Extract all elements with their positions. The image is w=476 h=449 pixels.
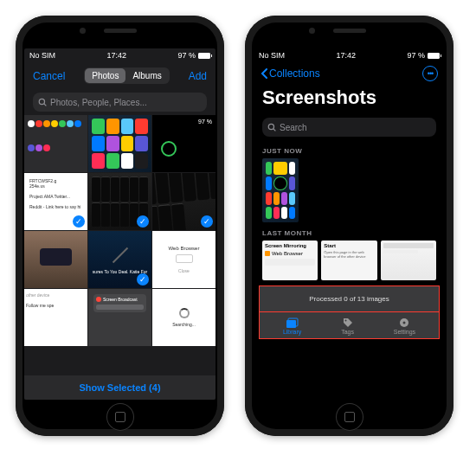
svg-point-2	[268, 124, 273, 129]
screenshot-row: Screen Mirroring Web Browser Start Open …	[254, 241, 445, 280]
svg-point-0	[39, 99, 44, 104]
status-bar: No SIM 17:42 97 %	[254, 48, 445, 62]
page-title: Screenshots	[254, 85, 445, 114]
card-title: Start	[324, 243, 374, 248]
gear-icon	[399, 318, 409, 328]
photo-thumb[interactable]: Screen Broadcast	[88, 289, 151, 346]
home-button[interactable]	[336, 403, 363, 431]
photo-grid[interactable]: 97 % FRTCWSF2.g254e.usProject AMA Twitte…	[24, 115, 215, 375]
svg-point-6	[344, 320, 346, 322]
carrier-label: No SIM	[29, 51, 55, 60]
photo-thumb[interactable]: Web Browser Close	[152, 231, 215, 288]
svg-point-8	[403, 322, 406, 324]
card-sub: Open this page in the web browser of the…	[324, 250, 374, 259]
cancel-button[interactable]: Cancel	[33, 70, 65, 82]
photo-thumb[interactable]	[88, 115, 151, 172]
photo-thumb[interactable]: ✓	[152, 173, 215, 230]
tab-library[interactable]: Library	[283, 318, 301, 335]
tag-icon	[343, 318, 353, 328]
processing-toast: Processed 0 of 13 images	[259, 285, 440, 312]
photo-stack-icon	[286, 318, 299, 328]
card-sub: Web Browser	[272, 251, 303, 256]
photo-thumb[interactable]: other device Follow me spe	[24, 289, 87, 346]
tab-label: Library	[283, 329, 301, 335]
photo-thumb[interactable]	[24, 231, 87, 288]
selected-check-icon: ✓	[137, 215, 149, 228]
search-placeholder: Photos, People, Places...	[50, 98, 147, 107]
battery-percent: 97 %	[177, 51, 196, 60]
photo-thumb[interactable]: sures To You Deal. Katie For ✓	[88, 231, 151, 288]
screenshot-thumb[interactable]: Screen Mirroring Web Browser	[262, 241, 318, 280]
tab-settings[interactable]: Settings	[394, 318, 415, 335]
screenshot-thumb[interactable]: Start Open this page in the web browser …	[321, 241, 376, 280]
segmented-control[interactable]: Photos Albums	[84, 67, 170, 84]
search-icon	[267, 123, 276, 131]
clock: 17:42	[336, 51, 356, 60]
nav-bar: Collections •••	[254, 62, 445, 85]
picker-header: Cancel Photos Albums Add	[24, 62, 215, 89]
photo-thumb[interactable]: FRTCWSF2.g254e.usProject AMA Twitter...R…	[24, 173, 87, 230]
screen-album: No SIM 17:42 97 % Collections ••• Screen…	[254, 48, 445, 400]
device-frame-left: No SIM 17:42 97 % Cancel Photos Albums A…	[16, 16, 224, 436]
photo-thumb[interactable]	[24, 115, 87, 172]
add-button[interactable]: Add	[189, 70, 207, 82]
svg-line-3	[273, 129, 276, 131]
show-selected-button[interactable]: Show Selected (4)	[24, 375, 215, 400]
chevron-left-icon	[261, 68, 267, 79]
screen-photo-picker: No SIM 17:42 97 % Cancel Photos Albums A…	[24, 48, 215, 400]
selected-check-icon: ✓	[201, 215, 213, 228]
segment-albums[interactable]: Albums	[125, 68, 168, 83]
tab-label: Tags	[341, 329, 354, 335]
search-input[interactable]: Photos, People, Places...	[33, 93, 207, 112]
back-button[interactable]: Collections	[261, 67, 320, 80]
back-label: Collections	[269, 67, 320, 80]
device-frame-right: No SIM 17:42 97 % Collections ••• Screen…	[245, 16, 453, 436]
home-button[interactable]	[106, 403, 134, 431]
card-title: Screen Mirroring	[265, 243, 315, 248]
photo-thumb[interactable]: Searching...	[152, 289, 215, 346]
screenshot-thumb[interactable]	[262, 158, 299, 222]
search-placeholder: Search	[280, 123, 307, 132]
clock: 17:42	[106, 51, 126, 60]
search-icon	[38, 98, 47, 106]
screenshot-row	[254, 158, 445, 222]
selected-check-icon: ✓	[73, 215, 85, 228]
battery-icon	[198, 53, 210, 59]
carrier-label: No SIM	[259, 51, 285, 60]
segment-photos[interactable]: Photos	[85, 68, 125, 83]
screenshot-thumb[interactable]	[381, 241, 436, 280]
photo-thumb[interactable]: ✓	[88, 173, 151, 230]
battery-icon	[428, 53, 440, 59]
tab-tags[interactable]: Tags	[341, 318, 354, 335]
photo-thumb[interactable]: 97 %	[152, 115, 215, 172]
svg-line-1	[44, 104, 47, 106]
tab-bar: Library Tags Settings	[259, 312, 440, 339]
more-button[interactable]: •••	[422, 66, 438, 81]
battery-percent: 97 %	[407, 51, 425, 60]
selected-check-icon: ✓	[137, 273, 149, 285]
status-bar: No SIM 17:42 97 %	[24, 48, 215, 62]
search-input[interactable]: Search	[262, 118, 436, 137]
section-header: JUST NOW	[254, 140, 445, 158]
tab-label: Settings	[394, 329, 415, 335]
battery-percent: 97 %	[198, 119, 212, 125]
section-header: LAST MONTH	[254, 222, 445, 241]
ellipsis-icon: •••	[428, 69, 433, 78]
